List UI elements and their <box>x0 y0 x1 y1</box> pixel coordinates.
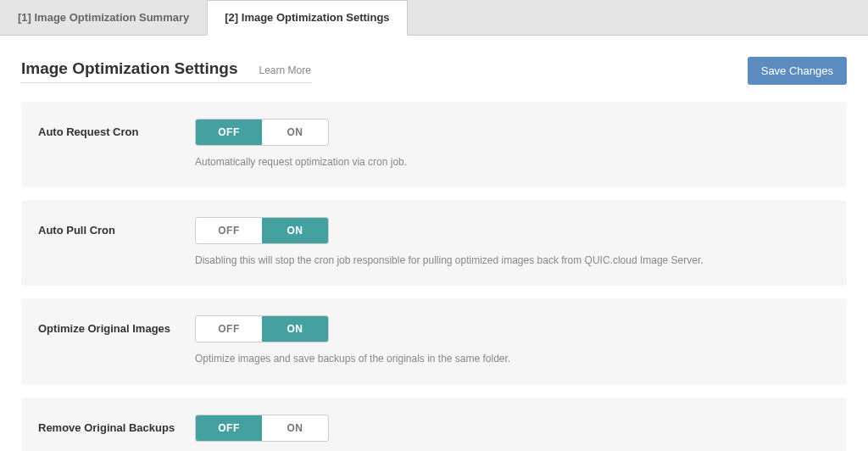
toggle-optimize-original: OFF ON <box>195 315 329 342</box>
setting-remove-backups: Remove Original Backups OFF ON Automatic… <box>21 398 847 451</box>
save-changes-button[interactable]: Save Changes <box>748 57 847 85</box>
setting-optimize-original: Optimize Original Images OFF ON Optimize… <box>21 298 847 384</box>
setting-desc: Automatically request optimization via c… <box>195 154 830 170</box>
tabs-bar: [1] Image Optimization Summary [2] Image… <box>0 0 868 36</box>
learn-more-link[interactable]: Learn More <box>259 64 310 76</box>
setting-desc: Optimize images and save backups of the … <box>195 351 830 367</box>
toggle-off[interactable]: OFF <box>196 218 262 243</box>
toggle-auto-request-cron: OFF ON <box>195 119 329 146</box>
setting-label: Remove Original Backups <box>38 415 195 434</box>
setting-label: Optimize Original Images <box>38 315 195 335</box>
page-title: Image Optimization Settings <box>21 59 237 78</box>
toggle-on[interactable]: ON <box>262 316 328 342</box>
toggle-on[interactable]: ON <box>262 415 328 441</box>
toggle-off[interactable]: OFF <box>196 120 262 145</box>
content-panel: Image Optimization Settings Learn More S… <box>0 36 868 451</box>
toggle-on[interactable]: ON <box>262 120 328 145</box>
header-row: Image Optimization Settings Learn More S… <box>21 57 847 85</box>
setting-desc: Disabling this will stop the cron job re… <box>195 253 830 269</box>
tab-summary[interactable]: [1] Image Optimization Summary <box>0 0 207 35</box>
setting-label: Auto Pull Cron <box>38 217 195 237</box>
setting-auto-request-cron: Auto Request Cron OFF ON Automatically r… <box>21 102 847 187</box>
header-left: Image Optimization Settings Learn More <box>21 59 311 83</box>
setting-auto-pull-cron: Auto Pull Cron OFF ON Disabling this wil… <box>21 200 847 286</box>
toggle-off[interactable]: OFF <box>196 415 262 441</box>
toggle-remove-backups: OFF ON <box>195 415 329 442</box>
tab-settings[interactable]: [2] Image Optimization Settings <box>207 0 407 36</box>
toggle-on[interactable]: ON <box>262 218 328 243</box>
toggle-off[interactable]: OFF <box>196 316 262 342</box>
toggle-auto-pull-cron: OFF ON <box>195 217 329 244</box>
setting-label: Auto Request Cron <box>38 119 195 138</box>
